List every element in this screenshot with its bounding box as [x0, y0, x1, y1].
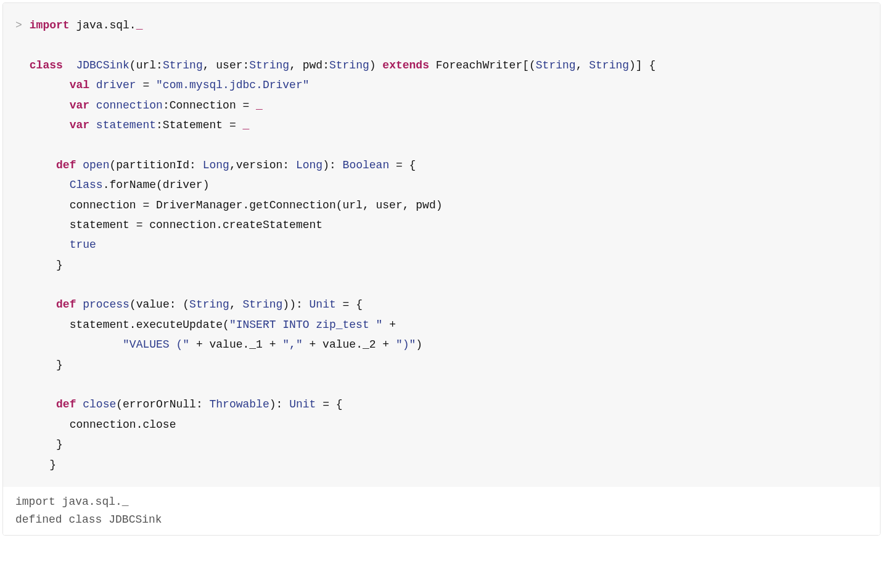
output-text: import java.sql._ defined class JDBCSink — [15, 493, 868, 529]
underscore: _ — [136, 19, 143, 31]
keyword-def: def — [56, 298, 76, 311]
source-code[interactable]: import java.sql._ class JDBCSink(url:Str… — [30, 15, 655, 475]
keyword-import: import — [30, 19, 70, 31]
method-name: process — [83, 298, 129, 311]
output-area: import java.sql._ defined class JDBCSink — [3, 487, 880, 535]
literal-true: true — [70, 239, 96, 251]
string-literal: ")" — [396, 338, 416, 351]
keyword-def: def — [56, 159, 76, 171]
notebook-cell: > import java.sql._ class JDBCSink(url:S… — [2, 2, 881, 536]
keyword-extends: extends — [382, 59, 429, 71]
method-name: close — [83, 398, 116, 410]
keyword-var: var — [70, 99, 89, 112]
string-literal: "," — [282, 338, 302, 351]
string-literal: "INSERT INTO zip_test " — [229, 319, 382, 331]
string-literal: "com.mysql.jdbc.Driver" — [156, 79, 309, 91]
code-input-area: > import java.sql._ class JDBCSink(url:S… — [3, 3, 880, 487]
string-literal: "VALUES (" — [123, 338, 189, 351]
prompt-symbol: > — [15, 15, 22, 35]
class-name: JDBCSink — [76, 59, 129, 71]
method-name: open — [83, 159, 109, 171]
keyword-class: class — [30, 59, 63, 71]
keyword-var: var — [70, 119, 89, 131]
code-text: java.sql. — [76, 19, 136, 31]
keyword-def: def — [56, 398, 76, 410]
keyword-val: val — [70, 79, 89, 91]
